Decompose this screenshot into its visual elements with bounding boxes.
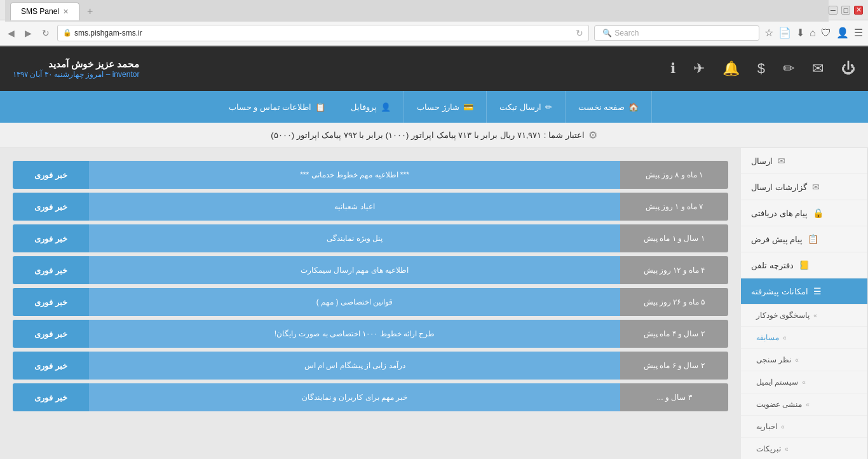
sidebar-sub-item-11[interactable]: »اخباریه [741, 416, 867, 438]
mail-icon[interactable]: ✉ [812, 60, 824, 77]
user-subtitle: inventor – امروز چهارشنبه ۳۰ آبان ۱۳۹۷ [13, 70, 139, 79]
send-icon[interactable]: ✈ [693, 60, 705, 77]
sidebar-item-3[interactable]: 📋پیام پیش فرض [741, 226, 867, 252]
news-row[interactable]: ۳ سال و ... خبر مهم برای کاربران و نماین… [13, 383, 728, 411]
content-area: ۱ ماه و ۸ روز پیش *** اطلاعیه مهم خطوط خ… [0, 148, 741, 459]
search-placeholder: Search [614, 29, 639, 38]
sidebar: ✉ارسال✉گزارشات ارسال🔒پیام های دریافتی📋پی… [741, 148, 868, 459]
news-title: پنل ویژه نمایندگی [89, 224, 620, 252]
arrow-icon: » [802, 379, 806, 386]
credit-bar: ⚙ اعتبار شما : ۷۱,۹۷۱ ریال برابر با ۷۱۳ … [0, 123, 868, 148]
nav-tabs: 🏠 صفحه نخست ✏ ارسال تیکت 💳 شارژ حساب 👤 پ… [216, 91, 653, 123]
news-row[interactable]: ۵ ماه و ۲۶ روز پیش قوانین اختصاصی ( مهم … [13, 288, 728, 316]
news-tag: خبر فوری [13, 383, 89, 411]
sidebar-icon: 🔒 [813, 208, 824, 218]
url-text: sms.pishgam-sms.ir [74, 29, 142, 38]
news-title: اعیاد شعبانیه [89, 193, 620, 221]
sidebar-item-2[interactable]: 🔒پیام های دریافتی [741, 200, 867, 226]
account-icon[interactable]: 👤 [836, 27, 849, 39]
back-button[interactable]: ◀ [5, 28, 17, 38]
news-tag: خبر فوری [13, 161, 89, 189]
news-row[interactable]: ۱ سال و ۱ ماه پیش پنل ویژه نمایندگی خبر … [13, 224, 728, 252]
news-tag: خبر فوری [13, 224, 89, 252]
info-icon[interactable]: ℹ [670, 60, 675, 77]
news-date: ۲ سال و ۶ ماه پیش [620, 352, 728, 380]
forward-button[interactable]: ▶ [22, 28, 34, 38]
news-title: درآمد زایی از پیشگام اس ام اس [89, 352, 620, 380]
nav-tab-profile[interactable]: 👤 پروفایل [338, 91, 404, 123]
close-button[interactable]: ✕ [854, 6, 863, 15]
news-row[interactable]: ۴ ماه و ۱۲ روز پیش اطلاعیه های مهم ارسال… [13, 256, 728, 284]
tab-title: SMS Panel [21, 7, 59, 16]
arrow-icon: » [783, 334, 787, 341]
arrow-icon: » [806, 401, 810, 408]
contact-nav-icon: 📋 [315, 102, 325, 112]
sidebar-item-5[interactable]: ☰امکانات پیشرفته [741, 278, 867, 305]
home-icon[interactable]: ⌂ [810, 27, 816, 39]
ticket-nav-icon: ✏ [545, 102, 552, 112]
news-title: قوانین اختصاصی ( مهم ) [89, 288, 620, 316]
reader-icon[interactable]: 📄 [778, 27, 791, 39]
news-title: *** اطلاعیه مهم خطوط خدماتی *** [89, 161, 620, 189]
news-date: ۳ سال و ... [620, 383, 728, 411]
edit-icon[interactable]: ✏ [783, 60, 794, 77]
browser-tab[interactable]: SMS Panel ✕ [10, 3, 79, 20]
news-row[interactable]: ۱ ماه و ۸ روز پیش *** اطلاعیه مهم خطوط خ… [13, 161, 728, 189]
bell-icon[interactable]: 🔔 [722, 60, 740, 77]
sidebar-sub-item-8[interactable]: »نظر سنجی [741, 349, 867, 371]
sidebar-icon: ☰ [813, 286, 822, 296]
profile-nav-icon: 👤 [381, 102, 391, 112]
news-row[interactable]: ۷ ماه و ۱ روز پیش اعیاد شعبانیه خبر فوری [13, 193, 728, 221]
nav-tab-ticket[interactable]: ✏ ارسال تیکت [487, 91, 566, 123]
refresh-icon: ↻ [576, 28, 583, 38]
home-nav-icon: 🏠 [628, 102, 639, 112]
sidebar-sub-item-6[interactable]: »پاسخگوی خودکار [741, 305, 867, 327]
sidebar-sub-item-9[interactable]: »سیستم ایمیل [741, 371, 867, 394]
nav-tab-charge[interactable]: 💳 شارژ حساب [404, 91, 487, 123]
nav-tab-contact[interactable]: 📋 اطلاعات تماس و حساب [216, 91, 339, 123]
news-row[interactable]: ۲ سال و ۶ ماه پیش درآمد زایی از پیشگام ا… [13, 352, 728, 380]
sidebar-item-1[interactable]: ✉گزارشات ارسال [741, 174, 867, 200]
sidebar-sub-item-7[interactable]: »مسابقه [741, 327, 867, 349]
news-date: ۱ ماه و ۸ روز پیش [620, 161, 728, 189]
news-title: اطلاعیه های مهم ارسال سیمکارت [89, 256, 620, 284]
sidebar-sub-item-10[interactable]: »منشی عضویت [741, 394, 867, 416]
header-icons: ⏻ ✉ ✏ $ 🔔 ✈ ℹ [670, 60, 855, 77]
credit-icon: ⚙ [588, 129, 597, 141]
dollar-icon[interactable]: $ [757, 60, 765, 77]
news-date: ۲ سال و ۴ ماه پیش [620, 320, 728, 348]
sub-header: 🏠 صفحه نخست ✏ ارسال تیکت 💳 شارژ حساب 👤 پ… [0, 91, 868, 123]
news-tag: خبر فوری [13, 256, 89, 284]
news-date: ۴ ماه و ۱۲ روز پیش [620, 256, 728, 284]
news-title: خبر مهم برای کاربران و نمایندگان [89, 383, 620, 411]
new-tab-button[interactable]: + [82, 6, 98, 17]
news-title: طرح ارائه خطوط ۱۰۰۰ اختصاصی به صورت رایگ… [89, 320, 620, 348]
power-icon[interactable]: ⏻ [841, 60, 855, 77]
app-header: ⏻ ✉ ✏ $ 🔔 ✈ ℹ محمد عزیز خوش آمدید invent… [0, 46, 868, 91]
charge-nav-icon: 💳 [463, 102, 473, 112]
arrow-icon: » [781, 423, 785, 430]
nav-tab-home[interactable]: 🏠 صفحه نخست [566, 91, 653, 123]
minimize-button[interactable]: ─ [829, 6, 837, 15]
arrow-icon: » [813, 312, 817, 319]
url-bar[interactable]: 🔒 sms.pishgam-sms.ir ↻ [57, 25, 589, 41]
shield-icon[interactable]: 🛡 [821, 27, 831, 39]
news-tag: خبر فوری [13, 352, 89, 380]
sidebar-icon: 📋 [808, 234, 818, 244]
arrow-icon: » [795, 357, 799, 364]
sidebar-sub-item-12[interactable]: »تبریکات [741, 438, 867, 459]
sidebar-item-4[interactable]: 📒دفترچه تلفن [741, 252, 867, 278]
search-box[interactable]: 🔍 Search [594, 25, 759, 41]
news-tag: خبر فوری [13, 193, 89, 221]
news-row[interactable]: ۲ سال و ۴ ماه پیش طرح ارائه خطوط ۱۰۰۰ اخ… [13, 320, 728, 348]
download-icon[interactable]: ⬇ [796, 27, 804, 39]
menu-icon[interactable]: ☰ [854, 27, 863, 39]
refresh-button[interactable]: ↻ [39, 28, 52, 38]
news-tag: خبر فوری [13, 288, 89, 316]
tab-close-icon[interactable]: ✕ [63, 8, 69, 16]
user-info: محمد عزیز خوش آمدید inventor – امروز چها… [13, 58, 139, 79]
maximize-button[interactable]: □ [841, 6, 850, 15]
sidebar-item-0[interactable]: ✉ارسال [741, 148, 867, 174]
news-date: ۱ سال و ۱ ماه پیش [620, 224, 728, 252]
bookmark-icon[interactable]: ☆ [764, 27, 773, 39]
